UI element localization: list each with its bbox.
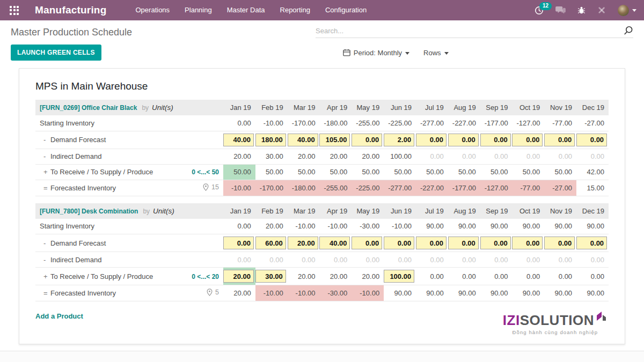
logo-mark-icon xyxy=(596,311,608,322)
demand_forecast-input[interactable] xyxy=(255,237,286,249)
activities-clock-icon[interactable]: 12 xyxy=(535,6,544,15)
demand_forecast-input[interactable] xyxy=(544,134,575,146)
starting_inventory-cell: -10.00 xyxy=(384,219,416,234)
to_receive-cell: 50.00 xyxy=(223,164,255,180)
to_receive-cell: 50.00 xyxy=(544,164,576,180)
starting_inventory-cell: -170.00 xyxy=(288,115,320,131)
product-link[interactable]: [FURN_7800] Desk Combination xyxy=(40,208,138,215)
launch-green-cells-button[interactable]: LAUNCH GREEN CELLS xyxy=(11,45,101,61)
demand_forecast-cell xyxy=(255,234,288,252)
product-link[interactable]: [FURN_0269] Office Chair Black xyxy=(40,104,137,112)
forecasted_inventory-cell: -10.00 xyxy=(352,285,384,301)
demand_forecast-input[interactable] xyxy=(352,237,382,249)
demand_forecast-input[interactable] xyxy=(416,237,447,249)
month-header: Nov 19 xyxy=(544,203,576,219)
starting_inventory-cell: -177.00 xyxy=(480,115,513,131)
to_receive-cell: 50.00 xyxy=(480,164,513,180)
demand_forecast-input[interactable] xyxy=(480,134,511,146)
demand_forecast-input[interactable] xyxy=(416,134,447,146)
to_receive-cell xyxy=(384,268,416,285)
row-label: -Demand Forecast xyxy=(35,234,181,252)
to_receive-cell: 50.00 xyxy=(384,164,416,180)
add-product-link[interactable]: Add a Product xyxy=(35,312,83,320)
starting_inventory-cell: -227.00 xyxy=(448,115,480,131)
row-label: -Demand Forecast xyxy=(35,131,181,149)
menu-planning[interactable]: Planning xyxy=(177,0,219,20)
forecasted_inventory-cell: -180.00 xyxy=(288,180,320,196)
app-brand[interactable]: Manufacturing xyxy=(35,4,107,16)
starting_inventory-cell: 90.00 xyxy=(480,219,513,234)
to_receive-cell: 50.00 xyxy=(416,164,448,180)
demand_forecast-input[interactable] xyxy=(352,134,382,146)
starting_inventory-cell: 90.00 xyxy=(512,219,544,234)
forecasted_inventory-cell: -10.00 xyxy=(288,285,320,301)
search-box xyxy=(316,26,633,38)
month-header: Sep 19 xyxy=(480,203,513,219)
search-input[interactable] xyxy=(316,27,624,35)
demand_forecast-input[interactable] xyxy=(512,237,543,249)
row-label: Starting Inventory xyxy=(35,115,181,131)
forecasted_inventory-cell: 90.00 xyxy=(544,285,576,301)
tools-icon[interactable] xyxy=(597,6,606,14)
menu-configuration[interactable]: Configuration xyxy=(318,0,374,20)
menu-reporting[interactable]: Reporting xyxy=(273,0,318,20)
indirect_demand-cell: 0.00 xyxy=(416,252,448,268)
demand_forecast-input[interactable] xyxy=(576,237,607,249)
row-label: =Forecasted Inventory xyxy=(35,180,181,196)
demand_forecast-input[interactable] xyxy=(223,134,254,146)
demand_forecast-input[interactable] xyxy=(288,237,318,249)
to_receive-input[interactable] xyxy=(255,270,286,283)
messages-icon[interactable] xyxy=(555,6,566,14)
rows-filter[interactable]: Rows xyxy=(423,49,449,57)
top-navbar: Manufacturing Operations Planning Master… xyxy=(0,0,644,20)
forecasted_inventory-cell: -77.00 xyxy=(512,180,544,196)
demand_forecast-input[interactable] xyxy=(544,237,575,249)
indirect_demand-cell: 0.00 xyxy=(384,252,416,268)
starting_inventory-cell: 0.00 xyxy=(223,115,255,131)
demand_forecast-input[interactable] xyxy=(480,237,511,249)
demand_forecast-row: -Demand Forecast xyxy=(35,131,609,149)
demand_forecast-input[interactable] xyxy=(319,134,350,146)
month-header: Aug 19 xyxy=(448,100,480,115)
starting_inventory-cell: -30.00 xyxy=(352,219,384,234)
period-filter[interactable]: Period: Monthly xyxy=(343,49,409,57)
starting_inventory-cell: 90.00 xyxy=(544,219,576,234)
to_receive-input[interactable] xyxy=(223,270,254,283)
demand_forecast-cell xyxy=(384,131,416,149)
to_receive-row: +To Receive / To Supply / Produce0 <...<… xyxy=(35,164,609,180)
indirect_demand-cell: 0.00 xyxy=(576,252,609,268)
demand_forecast-input[interactable] xyxy=(448,134,479,146)
apps-menu-icon[interactable] xyxy=(10,6,19,15)
starting_inventory-cell: -255.00 xyxy=(352,115,384,131)
search-icon[interactable] xyxy=(624,26,633,35)
menu-master-data[interactable]: Master Data xyxy=(219,0,273,20)
bug-icon[interactable] xyxy=(577,6,586,14)
month-header: Oct 19 xyxy=(512,100,544,115)
demand_forecast-input[interactable] xyxy=(288,134,318,146)
demand_forecast-input[interactable] xyxy=(576,134,607,146)
demand_forecast-input[interactable] xyxy=(384,134,414,146)
menu-operations[interactable]: Operations xyxy=(128,0,178,20)
demand_forecast-cell xyxy=(576,234,609,252)
row-label: Starting Inventory xyxy=(35,219,181,234)
row-label: -Indirect Demand xyxy=(35,252,181,268)
demand_forecast-input[interactable] xyxy=(319,237,350,249)
demand_forecast-input[interactable] xyxy=(384,237,414,249)
supply-range: 0 <...< 20 xyxy=(192,273,219,280)
demand_forecast-input[interactable] xyxy=(448,237,479,249)
demand_forecast-cell xyxy=(448,131,480,149)
to_receive-input[interactable] xyxy=(384,270,414,283)
indirect_demand-cell: 0.00 xyxy=(480,252,513,268)
demand_forecast-cell xyxy=(416,131,448,149)
card-title: MPS in Main Warehouse xyxy=(35,80,609,92)
demand_forecast-input[interactable] xyxy=(512,134,543,146)
month-header: Jul 19 xyxy=(416,203,448,219)
forecasted_inventory-cell: -10.00 xyxy=(223,180,255,196)
forecasted_inventory-cell: -127.00 xyxy=(480,180,513,196)
demand_forecast-input[interactable] xyxy=(223,237,254,249)
starting_inventory-cell: -10.00 xyxy=(319,219,352,234)
forecasted_inventory-cell: -225.00 xyxy=(352,180,384,196)
indirect_demand-cell: 0.00 xyxy=(288,252,320,268)
demand_forecast-input[interactable] xyxy=(255,134,286,146)
user-menu[interactable] xyxy=(618,5,636,16)
